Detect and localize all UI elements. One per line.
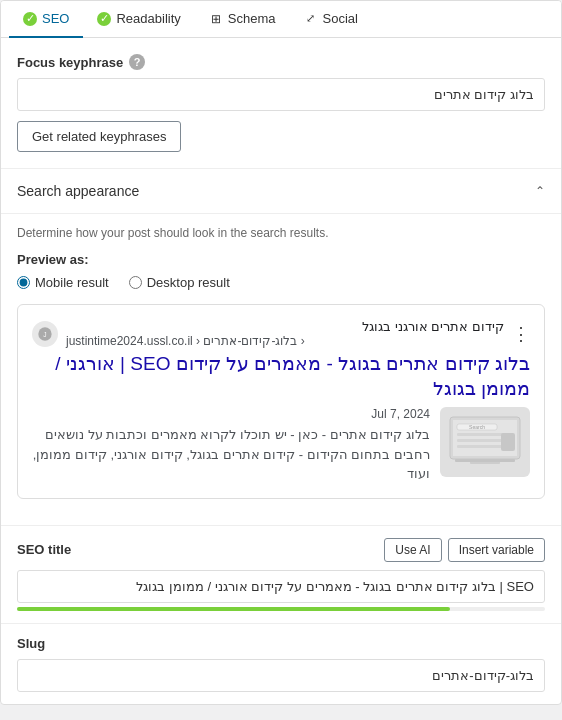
preview-as-label: Preview as: bbox=[17, 252, 545, 267]
preview-site-row: J קידום אתרים אורגני בגוגל justintime202… bbox=[32, 319, 530, 348]
slug-section: Slug bbox=[1, 623, 561, 704]
seo-title-section: SEO title Use AI Insert variable bbox=[1, 525, 561, 623]
site-url: justintime2024.ussl.co.il › בלוג-קידום-א… bbox=[66, 334, 504, 348]
svg-text:Search: Search bbox=[469, 424, 485, 430]
tab-social[interactable]: ⤢ Social bbox=[290, 1, 372, 38]
tab-readability-label: Readability bbox=[116, 11, 180, 26]
seo-title-progress-fill bbox=[17, 607, 450, 611]
seo-title-buttons: Use AI Insert variable bbox=[384, 538, 545, 562]
search-preview-card: J קידום אתרים אורגני בגוגל justintime202… bbox=[17, 304, 545, 499]
preview-title-link[interactable]: בלוג קידום אתרים בגוגל - מאמרים על קידום… bbox=[32, 352, 530, 401]
svg-rect-11 bbox=[501, 433, 515, 451]
search-appearance-description: Determine how your post should look in t… bbox=[17, 226, 545, 240]
focus-keyphrase-section: Focus keyphrase ? Get related keyphrases bbox=[1, 38, 561, 169]
tab-readability[interactable]: ✓ Readability bbox=[83, 1, 194, 38]
seo-title-input[interactable] bbox=[17, 570, 545, 603]
chevron-up-icon: ⌃ bbox=[535, 184, 545, 198]
site-favicon: J bbox=[32, 321, 58, 347]
mobile-result-label: Mobile result bbox=[35, 275, 109, 290]
schema-grid-icon: ⊞ bbox=[209, 12, 223, 26]
mobile-result-radio-input[interactable] bbox=[17, 276, 30, 289]
three-dots-menu-icon[interactable]: ⋮ bbox=[512, 325, 530, 343]
preview-date: Jul 7, 2024 bbox=[32, 407, 430, 421]
seo-title-header-row: SEO title Use AI Insert variable bbox=[17, 538, 545, 562]
tab-schema[interactable]: ⊞ Schema bbox=[195, 1, 290, 38]
svg-rect-9 bbox=[457, 439, 502, 442]
site-name: קידום אתרים אורגני בגוגל bbox=[66, 319, 504, 334]
preview-text-block: Jul 7, 2024 בלוג קידום אתרים - כאן - יש … bbox=[32, 407, 430, 484]
desktop-result-radio-input[interactable] bbox=[129, 276, 142, 289]
seo-title-label: SEO title bbox=[17, 542, 71, 557]
preview-description: בלוג קידום אתרים - כאן - יש תוכלו לקרוא … bbox=[32, 425, 430, 484]
tabs-bar: ✓ SEO ✓ Readability ⊞ Schema ⤢ Social bbox=[1, 1, 561, 38]
seo-title-progress-bar bbox=[17, 607, 545, 611]
search-appearance-title: Search appearance bbox=[17, 183, 139, 199]
preview-image-svg: Search bbox=[445, 412, 525, 472]
search-appearance-header[interactable]: Search appearance ⌃ bbox=[1, 169, 561, 214]
focus-keyphrase-input[interactable] bbox=[17, 78, 545, 111]
search-appearance-body: Determine how your post should look in t… bbox=[1, 214, 561, 525]
focus-keyphrase-label-row: Focus keyphrase ? bbox=[17, 54, 545, 70]
focus-keyphrase-label: Focus keyphrase bbox=[17, 55, 123, 70]
site-info: קידום אתרים אורגני בגוגל justintime2024.… bbox=[66, 319, 504, 348]
insert-variable-button[interactable]: Insert variable bbox=[448, 538, 545, 562]
preview-thumbnail: Search bbox=[440, 407, 530, 477]
readability-smiley-icon: ✓ bbox=[97, 12, 111, 26]
favicon-svg: J bbox=[37, 326, 53, 342]
tab-schema-label: Schema bbox=[228, 11, 276, 26]
tab-seo-label: SEO bbox=[42, 11, 69, 26]
help-icon[interactable]: ? bbox=[129, 54, 145, 70]
tab-seo[interactable]: ✓ SEO bbox=[9, 1, 83, 38]
preview-radio-group: Mobile result Desktop result bbox=[17, 275, 545, 290]
social-share-icon: ⤢ bbox=[304, 12, 318, 26]
svg-text:J: J bbox=[43, 330, 46, 337]
seo-smiley-icon: ✓ bbox=[23, 12, 37, 26]
mobile-result-radio[interactable]: Mobile result bbox=[17, 275, 109, 290]
slug-header-row: Slug bbox=[17, 636, 545, 651]
desktop-result-label: Desktop result bbox=[147, 275, 230, 290]
use-ai-button[interactable]: Use AI bbox=[384, 538, 441, 562]
get-related-keyphrases-button[interactable]: Get related keyphrases bbox=[17, 121, 181, 152]
svg-rect-10 bbox=[457, 445, 507, 448]
tab-social-label: Social bbox=[323, 11, 358, 26]
slug-input[interactable] bbox=[17, 659, 545, 692]
slug-label: Slug bbox=[17, 636, 45, 651]
preview-content-row: Jul 7, 2024 בלוג קידום אתרים - כאן - יש … bbox=[32, 407, 530, 484]
desktop-result-radio[interactable]: Desktop result bbox=[129, 275, 230, 290]
svg-rect-5 bbox=[455, 459, 515, 462]
